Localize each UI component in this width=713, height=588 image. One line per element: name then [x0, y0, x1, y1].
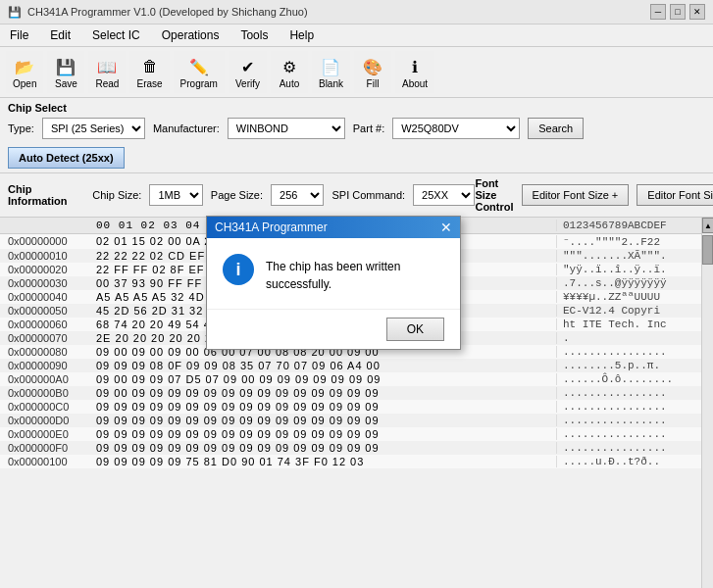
dialog-close-button[interactable]: ✕: [440, 220, 452, 234]
dialog-message: The chip has been written successfully.: [266, 254, 444, 293]
dialog: CH341A Programmer ✕ i The chip has been …: [206, 216, 461, 350]
dialog-ok-button[interactable]: OK: [386, 318, 444, 341]
dialog-titlebar: CH341A Programmer ✕: [207, 217, 460, 238]
dialog-footer: OK: [207, 309, 460, 349]
dialog-info-icon: i: [223, 254, 254, 285]
dialog-title: CH341A Programmer: [215, 220, 328, 234]
dialog-body: i The chip has been written successfully…: [207, 238, 460, 309]
dialog-overlay: CH341A Programmer ✕ i The chip has been …: [0, 0, 713, 588]
